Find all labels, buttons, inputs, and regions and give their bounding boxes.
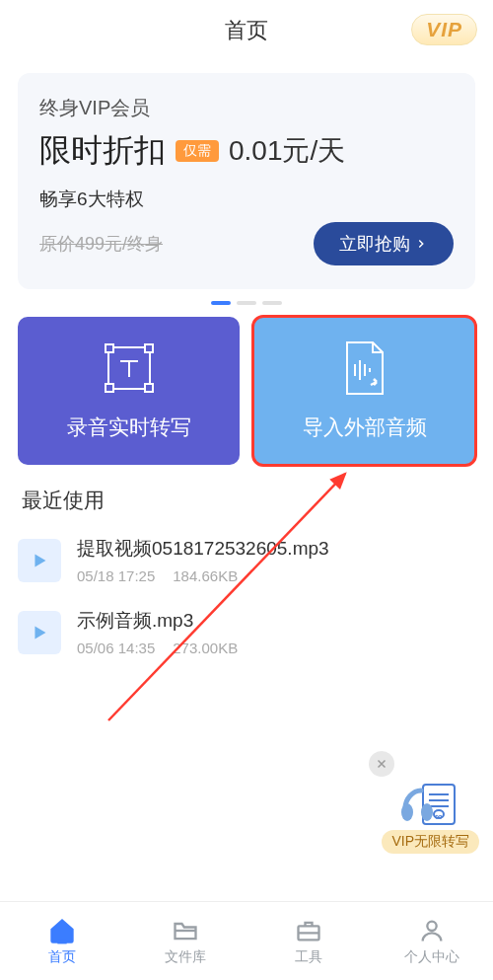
header: 首页 VIP (0, 0, 493, 61)
carousel-pager (0, 301, 493, 305)
transcribe-card[interactable]: 录音实时转写 (18, 317, 240, 465)
promo-discount-label: 限时折扣 (39, 129, 166, 173)
promo-price-row: 限时折扣 仅需 0.01元/天 (39, 129, 454, 173)
tab-profile[interactable]: 个人中心 (370, 902, 493, 980)
svg-point-16 (421, 803, 433, 821)
svg-point-15 (401, 803, 413, 821)
home-icon (48, 917, 76, 944)
buy-button[interactable]: 立即抢购 (314, 222, 454, 265)
file-size: 184.66KB (173, 567, 238, 584)
tab-label: 首页 (48, 948, 76, 966)
play-icon (18, 611, 61, 654)
text-box-icon (102, 340, 157, 396)
recent-section-title: 最近使用 (22, 487, 475, 514)
tab-tools[interactable]: 工具 (246, 902, 370, 980)
file-name: 示例音频.mp3 (77, 608, 475, 634)
promo-tag: 仅需 (176, 140, 219, 162)
floating-vip-badge[interactable]: ∞ VIP无限转写 (382, 751, 479, 854)
list-item[interactable]: 示例音频.mp3 05/06 14:35 273.00KB (0, 596, 493, 668)
tab-label: 工具 (295, 948, 322, 966)
vip-badge-text: VIP (411, 14, 477, 45)
svg-rect-1 (106, 344, 113, 352)
page-title: 首页 (225, 16, 268, 45)
file-time: 05/06 14:35 (77, 640, 155, 656)
audio-file-icon (337, 340, 392, 396)
tab-home[interactable]: 首页 (0, 902, 123, 980)
import-audio-card[interactable]: 导入外部音频 (253, 317, 475, 465)
close-icon[interactable] (369, 751, 394, 777)
promo-strike-price: 原价499元/终身 (39, 232, 163, 256)
list-item[interactable]: 提取视频0518172532605.mp3 05/18 17:25 184.66… (0, 524, 493, 596)
svg-text:∞: ∞ (435, 810, 443, 822)
folder-icon (172, 917, 199, 944)
transcribe-label: 录音实时转写 (67, 414, 191, 441)
headphones-document-icon: ∞ (399, 781, 462, 828)
buy-button-label: 立即抢购 (339, 232, 410, 256)
tab-label: 个人中心 (404, 948, 459, 966)
svg-rect-4 (145, 384, 153, 392)
tab-files[interactable]: 文件库 (123, 902, 246, 980)
toolbox-icon (295, 917, 322, 944)
svg-point-18 (427, 921, 436, 930)
promo-benefits: 畅享6大特权 (39, 187, 454, 212)
file-size: 273.00KB (173, 640, 238, 656)
promo-card[interactable]: 终身VIP会员 限时折扣 仅需 0.01元/天 畅享6大特权 原价499元/终身… (18, 73, 475, 289)
file-name: 提取视频0518172532605.mp3 (77, 536, 475, 562)
floating-badge-label: VIP无限转写 (382, 830, 479, 854)
play-icon (18, 539, 61, 582)
action-cards: 录音实时转写 导入外部音频 (18, 317, 475, 465)
chevron-right-icon (414, 237, 428, 251)
pager-dot-active (211, 301, 231, 305)
svg-rect-3 (106, 384, 113, 392)
svg-rect-2 (145, 344, 153, 352)
pager-dot (262, 301, 282, 305)
promo-title: 终身VIP会员 (39, 95, 454, 121)
file-time: 05/18 17:25 (77, 567, 155, 584)
import-label: 导入外部音频 (303, 414, 427, 441)
vip-badge[interactable]: VIP (411, 14, 477, 45)
promo-price: 0.01元/天 (229, 132, 345, 170)
tab-bar: 首页 文件库 工具 个人中心 (0, 901, 493, 980)
user-icon (418, 917, 446, 944)
pager-dot (237, 301, 256, 305)
tab-label: 文件库 (165, 948, 206, 966)
